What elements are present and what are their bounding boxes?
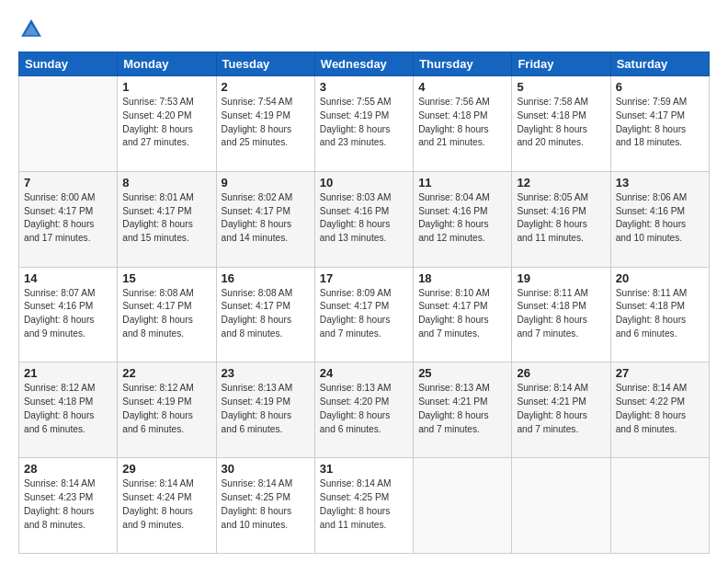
day-number: 10 bbox=[320, 176, 408, 190]
cell-content: Sunrise: 8:09 AM Sunset: 4:17 PM Dayligh… bbox=[320, 287, 408, 341]
day-number: 29 bbox=[122, 462, 210, 476]
calendar-cell: 8Sunrise: 8:01 AM Sunset: 4:17 PM Daylig… bbox=[118, 171, 216, 267]
cell-content: Sunrise: 8:01 AM Sunset: 4:17 PM Dayligh… bbox=[122, 191, 210, 246]
cell-content: Sunrise: 8:05 AM Sunset: 4:16 PM Dayligh… bbox=[517, 191, 605, 246]
calendar-cell: 18Sunrise: 8:10 AM Sunset: 4:17 PM Dayli… bbox=[414, 267, 512, 362]
calendar-header-friday: Friday bbox=[512, 52, 610, 76]
day-number: 17 bbox=[320, 271, 408, 285]
calendar-cell: 13Sunrise: 8:06 AM Sunset: 4:16 PM Dayli… bbox=[610, 171, 709, 267]
cell-content: Sunrise: 8:14 AM Sunset: 4:25 PM Dayligh… bbox=[320, 477, 408, 532]
week-row-5: 28Sunrise: 8:14 AM Sunset: 4:23 PM Dayli… bbox=[19, 458, 710, 554]
cell-content: Sunrise: 8:07 AM Sunset: 4:16 PM Dayligh… bbox=[24, 287, 112, 341]
calendar-cell: 17Sunrise: 8:09 AM Sunset: 4:17 PM Dayli… bbox=[314, 267, 413, 362]
calendar-cell: 26Sunrise: 8:14 AM Sunset: 4:21 PM Dayli… bbox=[512, 362, 610, 458]
cell-content: Sunrise: 8:03 AM Sunset: 4:16 PM Dayligh… bbox=[320, 191, 408, 246]
week-row-1: 1Sunrise: 7:53 AM Sunset: 4:20 PM Daylig… bbox=[19, 76, 710, 172]
cell-content: Sunrise: 8:08 AM Sunset: 4:17 PM Dayligh… bbox=[222, 287, 310, 341]
day-number: 12 bbox=[517, 176, 605, 190]
day-number: 21 bbox=[24, 366, 112, 380]
day-number: 9 bbox=[222, 176, 310, 190]
calendar-cell: 30Sunrise: 8:14 AM Sunset: 4:25 PM Dayli… bbox=[216, 458, 314, 554]
calendar-cell: 27Sunrise: 8:14 AM Sunset: 4:22 PM Dayli… bbox=[610, 362, 709, 458]
calendar-cell: 11Sunrise: 8:04 AM Sunset: 4:16 PM Dayli… bbox=[414, 171, 512, 267]
calendar-cell: 21Sunrise: 8:12 AM Sunset: 4:18 PM Dayli… bbox=[19, 362, 118, 458]
calendar-header-sunday: Sunday bbox=[19, 52, 118, 76]
calendar-cell: 24Sunrise: 8:13 AM Sunset: 4:20 PM Dayli… bbox=[314, 362, 413, 458]
calendar-header-monday: Monday bbox=[118, 52, 216, 76]
cell-content: Sunrise: 8:11 AM Sunset: 4:18 PM Dayligh… bbox=[616, 287, 704, 341]
calendar-cell: 29Sunrise: 8:14 AM Sunset: 4:24 PM Dayli… bbox=[118, 458, 216, 554]
logo-icon bbox=[18, 17, 44, 42]
day-number: 1 bbox=[122, 80, 210, 94]
cell-content: Sunrise: 7:53 AM Sunset: 4:20 PM Dayligh… bbox=[122, 96, 210, 150]
cell-content: Sunrise: 7:58 AM Sunset: 4:18 PM Dayligh… bbox=[517, 96, 605, 150]
calendar-cell: 6Sunrise: 7:59 AM Sunset: 4:17 PM Daylig… bbox=[610, 76, 709, 172]
week-row-3: 14Sunrise: 8:07 AM Sunset: 4:16 PM Dayli… bbox=[19, 267, 710, 362]
calendar-cell: 10Sunrise: 8:03 AM Sunset: 4:16 PM Dayli… bbox=[314, 171, 413, 267]
week-row-4: 21Sunrise: 8:12 AM Sunset: 4:18 PM Dayli… bbox=[19, 362, 710, 458]
calendar-cell: 2Sunrise: 7:54 AM Sunset: 4:19 PM Daylig… bbox=[216, 76, 314, 172]
day-number: 14 bbox=[24, 271, 112, 285]
cell-content: Sunrise: 7:54 AM Sunset: 4:19 PM Dayligh… bbox=[222, 96, 310, 150]
cell-content: Sunrise: 8:00 AM Sunset: 4:17 PM Dayligh… bbox=[24, 191, 112, 246]
day-number: 20 bbox=[616, 271, 704, 285]
day-number: 11 bbox=[418, 176, 506, 190]
calendar-cell: 1Sunrise: 7:53 AM Sunset: 4:20 PM Daylig… bbox=[118, 76, 216, 172]
cell-content: Sunrise: 8:13 AM Sunset: 4:21 PM Dayligh… bbox=[418, 382, 506, 436]
calendar-header-wednesday: Wednesday bbox=[314, 52, 413, 76]
cell-content: Sunrise: 8:14 AM Sunset: 4:24 PM Dayligh… bbox=[122, 477, 210, 532]
calendar-header-tuesday: Tuesday bbox=[216, 52, 314, 76]
week-row-2: 7Sunrise: 8:00 AM Sunset: 4:17 PM Daylig… bbox=[19, 171, 710, 267]
cell-content: Sunrise: 8:11 AM Sunset: 4:18 PM Dayligh… bbox=[517, 287, 605, 341]
calendar-cell: 15Sunrise: 8:08 AM Sunset: 4:17 PM Dayli… bbox=[118, 267, 216, 362]
day-number: 6 bbox=[616, 80, 704, 94]
day-number: 7 bbox=[24, 176, 112, 190]
calendar-header-saturday: Saturday bbox=[610, 52, 709, 76]
day-number: 19 bbox=[517, 271, 605, 285]
day-number: 24 bbox=[320, 366, 408, 380]
day-number: 31 bbox=[320, 462, 408, 476]
calendar-header-thursday: Thursday bbox=[414, 52, 512, 76]
day-number: 4 bbox=[418, 80, 506, 94]
calendar-cell: 12Sunrise: 8:05 AM Sunset: 4:16 PM Dayli… bbox=[512, 171, 610, 267]
calendar-cell: 23Sunrise: 8:13 AM Sunset: 4:19 PM Dayli… bbox=[216, 362, 314, 458]
calendar-cell: 22Sunrise: 8:12 AM Sunset: 4:19 PM Dayli… bbox=[118, 362, 216, 458]
day-number: 5 bbox=[517, 80, 605, 94]
day-number: 26 bbox=[517, 366, 605, 380]
calendar-cell bbox=[19, 76, 118, 172]
day-number: 3 bbox=[320, 80, 408, 94]
cell-content: Sunrise: 8:08 AM Sunset: 4:17 PM Dayligh… bbox=[122, 287, 210, 341]
cell-content: Sunrise: 8:14 AM Sunset: 4:23 PM Dayligh… bbox=[24, 477, 112, 532]
day-number: 22 bbox=[122, 366, 210, 380]
logo bbox=[18, 17, 48, 42]
calendar-cell: 31Sunrise: 8:14 AM Sunset: 4:25 PM Dayli… bbox=[314, 458, 413, 554]
calendar-cell: 5Sunrise: 7:58 AM Sunset: 4:18 PM Daylig… bbox=[512, 76, 610, 172]
day-number: 23 bbox=[222, 366, 310, 380]
calendar-header-row: SundayMondayTuesdayWednesdayThursdayFrid… bbox=[19, 52, 710, 76]
cell-content: Sunrise: 8:02 AM Sunset: 4:17 PM Dayligh… bbox=[222, 191, 310, 246]
cell-content: Sunrise: 8:13 AM Sunset: 4:20 PM Dayligh… bbox=[320, 382, 408, 436]
cell-content: Sunrise: 8:04 AM Sunset: 4:16 PM Dayligh… bbox=[418, 191, 506, 246]
header bbox=[18, 17, 710, 42]
calendar-cell: 20Sunrise: 8:11 AM Sunset: 4:18 PM Dayli… bbox=[610, 267, 709, 362]
calendar-cell bbox=[512, 458, 610, 554]
cell-content: Sunrise: 7:59 AM Sunset: 4:17 PM Dayligh… bbox=[616, 96, 704, 150]
day-number: 2 bbox=[222, 80, 310, 94]
calendar-cell: 7Sunrise: 8:00 AM Sunset: 4:17 PM Daylig… bbox=[19, 171, 118, 267]
cell-content: Sunrise: 7:55 AM Sunset: 4:19 PM Dayligh… bbox=[320, 96, 408, 150]
day-number: 27 bbox=[616, 366, 704, 380]
cell-content: Sunrise: 8:14 AM Sunset: 4:21 PM Dayligh… bbox=[517, 382, 605, 436]
day-number: 16 bbox=[222, 271, 310, 285]
calendar-cell: 9Sunrise: 8:02 AM Sunset: 4:17 PM Daylig… bbox=[216, 171, 314, 267]
cell-content: Sunrise: 8:13 AM Sunset: 4:19 PM Dayligh… bbox=[222, 382, 310, 436]
calendar: SundayMondayTuesdayWednesdayThursdayFrid… bbox=[18, 52, 710, 554]
page: SundayMondayTuesdayWednesdayThursdayFrid… bbox=[0, 0, 728, 563]
calendar-cell: 19Sunrise: 8:11 AM Sunset: 4:18 PM Dayli… bbox=[512, 267, 610, 362]
day-number: 13 bbox=[616, 176, 704, 190]
calendar-cell: 4Sunrise: 7:56 AM Sunset: 4:18 PM Daylig… bbox=[414, 76, 512, 172]
day-number: 8 bbox=[122, 176, 210, 190]
day-number: 15 bbox=[122, 271, 210, 285]
cell-content: Sunrise: 8:14 AM Sunset: 4:25 PM Dayligh… bbox=[222, 477, 310, 532]
cell-content: Sunrise: 7:56 AM Sunset: 4:18 PM Dayligh… bbox=[418, 96, 506, 150]
day-number: 25 bbox=[418, 366, 506, 380]
